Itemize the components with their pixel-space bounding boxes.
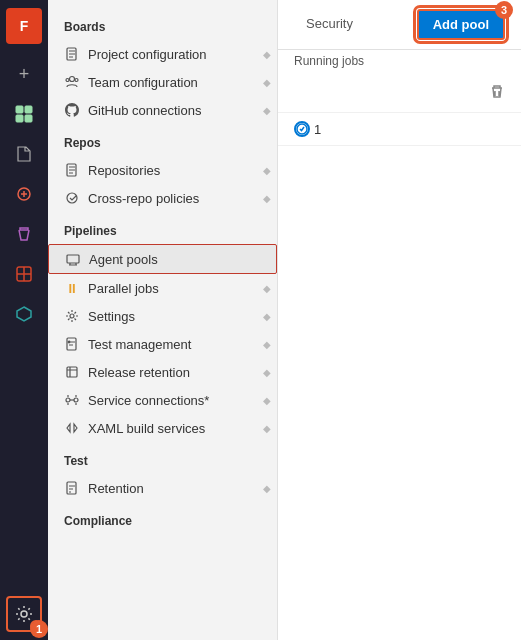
- section-boards: Boards: [48, 8, 277, 40]
- svg-rect-20: [67, 482, 76, 494]
- nav-item-label: Parallel jobs: [88, 281, 159, 296]
- running-jobs-label: Running jobs: [278, 50, 521, 72]
- nav-item-label: Agent pools: [89, 252, 158, 267]
- doc-icon: [64, 46, 80, 62]
- chevron-right-icon: ◆: [263, 483, 271, 494]
- section-compliance: Compliance: [48, 502, 277, 534]
- chevron-right-icon: ◆: [263, 367, 271, 378]
- nav-parallel-jobs[interactable]: II Parallel jobs ◆: [48, 274, 277, 302]
- chevron-right-icon: ◆: [263, 193, 271, 204]
- release-icon: [64, 364, 80, 380]
- chevron-right-icon: ◆: [263, 395, 271, 406]
- team-icon: [64, 74, 80, 90]
- service-icon: [64, 392, 80, 408]
- pool-row: [278, 76, 521, 113]
- icon-bar: F +: [0, 0, 48, 640]
- svg-point-16: [68, 341, 70, 343]
- chevron-right-icon: ◆: [263, 311, 271, 322]
- settings-icon: [64, 308, 80, 324]
- nav-test-management[interactable]: Test management ◆: [48, 330, 277, 358]
- retention-icon: [64, 480, 80, 496]
- github-icon: [64, 102, 80, 118]
- svg-rect-13: [67, 255, 79, 263]
- xaml-icon: [64, 420, 80, 436]
- policy-icon: [64, 190, 80, 206]
- boards-icon[interactable]: [6, 96, 42, 132]
- chevron-right-icon: ◆: [263, 423, 271, 434]
- nav-repositories[interactable]: Repositories ◆: [48, 156, 277, 184]
- callout-3: 3: [495, 1, 513, 19]
- svg-point-12: [67, 193, 77, 203]
- nav-xaml-build-services[interactable]: XAML build services ◆: [48, 414, 277, 442]
- pool-list: 1: [278, 72, 521, 150]
- testplans-icon[interactable]: [6, 216, 42, 252]
- nav-item-label: GitHub connections: [88, 103, 201, 118]
- svg-rect-1: [25, 106, 32, 113]
- delete-button[interactable]: [489, 84, 505, 104]
- nav-item-label: Release retention: [88, 365, 190, 380]
- svg-rect-15: [67, 338, 76, 350]
- pipelines-icon[interactable]: [6, 176, 42, 212]
- nav-service-connections[interactable]: Service connections* ◆: [48, 386, 277, 414]
- chevron-right-icon: ◆: [263, 105, 271, 116]
- nav-item-label: Repositories: [88, 163, 160, 178]
- add-pool-button[interactable]: Add pool 3: [417, 9, 505, 40]
- repo-icon: [64, 162, 80, 178]
- svg-point-8: [70, 77, 75, 82]
- svg-point-10: [75, 79, 78, 82]
- chevron-right-icon: ◆: [263, 339, 271, 350]
- chevron-right-icon: ◆: [263, 165, 271, 176]
- nav-item-label: Project configuration: [88, 47, 207, 62]
- nav-item-label: XAML build services: [88, 421, 205, 436]
- nav-item-label: Service connections*: [88, 393, 209, 408]
- section-repos: Repos: [48, 124, 277, 156]
- svg-point-9: [66, 79, 69, 82]
- artifacts-icon[interactable]: [6, 256, 42, 292]
- nav-project-configuration[interactable]: Project configuration ◆: [48, 40, 277, 68]
- svg-point-18: [66, 398, 70, 402]
- nav-agent-pools[interactable]: Agent pools: [48, 244, 277, 274]
- org-icon[interactable]: F: [6, 8, 42, 44]
- parallel-icon: II: [64, 280, 80, 296]
- content-header: Security Add pool 3: [278, 0, 521, 50]
- section-pipelines: Pipelines: [48, 212, 277, 244]
- svg-point-14: [70, 314, 74, 318]
- chevron-right-icon: ◆: [263, 49, 271, 60]
- count-circle-icon: [294, 121, 310, 137]
- testmgmt-icon: [64, 336, 80, 352]
- svg-rect-0: [16, 106, 23, 113]
- chevron-right-icon: ◆: [263, 283, 271, 294]
- nav-item-label: Test management: [88, 337, 191, 352]
- pool-count-row: 1: [278, 113, 521, 146]
- svg-point-6: [21, 611, 27, 617]
- settings-gear-icon[interactable]: 1: [6, 596, 42, 632]
- callout-1: 1: [30, 620, 48, 638]
- svg-rect-2: [16, 115, 23, 122]
- nav-item-label: Team configuration: [88, 75, 198, 90]
- settings-nav: Boards Project configuration ◆ Team conf…: [48, 0, 278, 640]
- svg-point-19: [74, 398, 78, 402]
- nav-item-label: Retention: [88, 481, 144, 496]
- main-content: Security Add pool 3 Running jobs: [278, 0, 521, 640]
- add-icon[interactable]: +: [6, 56, 42, 92]
- section-test: Test: [48, 442, 277, 474]
- nav-release-retention[interactable]: Release retention ◆: [48, 358, 277, 386]
- nav-cross-repo-policies[interactable]: Cross-repo policies ◆: [48, 184, 277, 212]
- nav-item-label: Cross-repo policies: [88, 191, 199, 206]
- repos-icon[interactable]: [6, 136, 42, 172]
- agent-icon: [65, 251, 81, 267]
- pool-running-count: 1: [294, 121, 321, 137]
- svg-rect-17: [67, 367, 77, 377]
- svg-rect-3: [25, 115, 32, 122]
- nav-retention[interactable]: Retention ◆: [48, 474, 277, 502]
- chevron-right-icon: ◆: [263, 77, 271, 88]
- nav-item-label: Settings: [88, 309, 135, 324]
- tab-security[interactable]: Security: [294, 8, 365, 41]
- nav-settings[interactable]: Settings ◆: [48, 302, 277, 330]
- extensions-icon[interactable]: [6, 296, 42, 332]
- nav-github-connections[interactable]: GitHub connections ◆: [48, 96, 277, 124]
- nav-team-configuration[interactable]: Team configuration ◆: [48, 68, 277, 96]
